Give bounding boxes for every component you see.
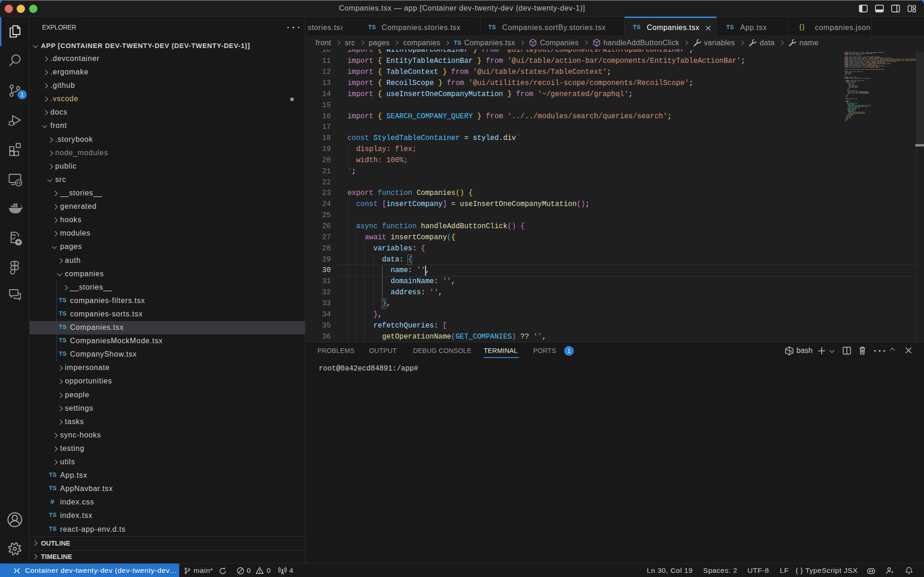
svg-text:$: $ [790, 350, 792, 353]
